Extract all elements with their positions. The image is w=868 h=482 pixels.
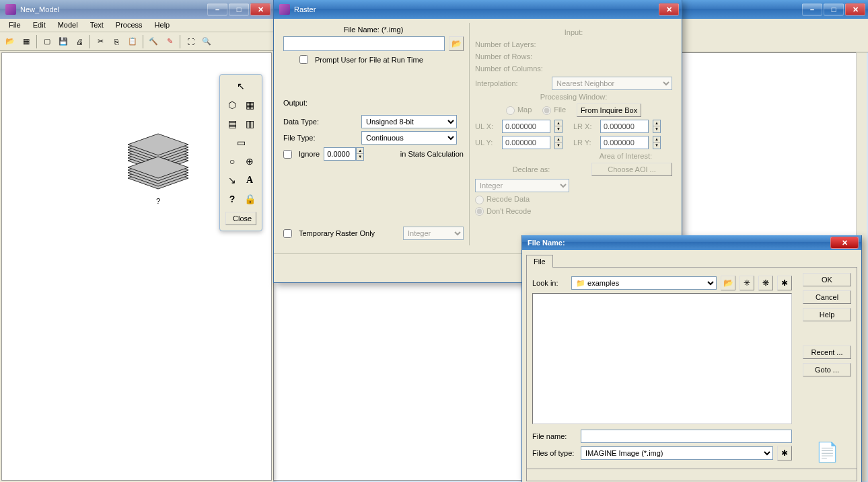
square-hatch-tool[interactable]: ▦ bbox=[244, 99, 256, 111]
file-ok-button[interactable]: OK bbox=[803, 273, 851, 286]
wand-icon[interactable]: ✎ bbox=[162, 34, 177, 49]
lookin-label: Look in: bbox=[532, 279, 567, 287]
file-goto-button[interactable]: Goto ... bbox=[803, 363, 851, 376]
file-dialog-close-button[interactable]: ✕ bbox=[830, 237, 859, 249]
rect-tool[interactable]: ▭ bbox=[235, 136, 247, 149]
zoom-icon[interactable]: 🔍 bbox=[199, 34, 214, 49]
print-icon[interactable]: 🖨 bbox=[72, 34, 87, 49]
toolbar: 📂 ▦ ▢ 💾 🖨 ✂ ⎘ 📋 🔨 ✎ ⛶ 🔍 bbox=[0, 32, 273, 51]
raster-browse-button[interactable]: 📂 bbox=[449, 36, 464, 51]
bg-maximize-button[interactable]: □ bbox=[824, 3, 844, 15]
recode-radio bbox=[475, 196, 484, 204]
aoi-header: Area of Interest: bbox=[475, 152, 672, 160]
from-inquire-button[interactable]: From Inquire Box bbox=[577, 104, 641, 117]
tool-palette: ↖ ⬡ ▦ ▤ ▥ ▭ ○ ⊕ ↘ A ? 🔒 Close bbox=[219, 74, 262, 231]
main-close-button[interactable]: ✕ bbox=[250, 3, 270, 15]
lrx-spinner: ▲▼ bbox=[653, 120, 661, 133]
prompt-user-checkbox[interactable] bbox=[299, 55, 308, 64]
lrx-label: LR X: bbox=[573, 122, 596, 130]
filestype-label: Files of type: bbox=[532, 449, 577, 457]
hexagon-tool[interactable]: ⬡ bbox=[226, 99, 238, 111]
lock-tool[interactable]: 🔒 bbox=[244, 193, 256, 205]
num-layers-label: Number of Layers: bbox=[475, 40, 672, 48]
grid-tool[interactable]: ▤ bbox=[226, 118, 238, 130]
help-tool[interactable]: ? bbox=[226, 193, 238, 205]
file-preview-icon: 📄 bbox=[803, 441, 851, 463]
filestype-options-button[interactable]: ✱ bbox=[777, 446, 792, 460]
text-tool[interactable]: A bbox=[244, 174, 256, 186]
open-icon[interactable]: 📂 bbox=[3, 34, 17, 49]
main-minimize-button[interactable]: – bbox=[207, 3, 227, 15]
temp-raster-checkbox[interactable] bbox=[283, 229, 292, 238]
raster-titlebar: Raster ✕ bbox=[274, 0, 682, 19]
file-tab[interactable]: File bbox=[526, 255, 553, 268]
file-type-select[interactable]: Continuous bbox=[361, 131, 457, 145]
copy-icon[interactable]: ⎘ bbox=[109, 34, 124, 49]
temp-raster-type-select: Integer bbox=[403, 227, 464, 240]
file-radio bbox=[542, 106, 551, 115]
filename-input[interactable] bbox=[581, 430, 792, 443]
pointer-tool[interactable]: ↖ bbox=[235, 80, 247, 92]
file-help-button[interactable]: Help bbox=[803, 308, 851, 321]
menu-file[interactable]: File bbox=[3, 19, 27, 32]
file-dialog-titlebar: File Name: ✕ bbox=[522, 235, 861, 250]
dont-recode-radio bbox=[475, 207, 484, 216]
main-maximize-button[interactable]: □ bbox=[229, 3, 249, 15]
circle-tool[interactable]: ○ bbox=[226, 155, 238, 167]
file-type-label: File Type: bbox=[283, 134, 357, 142]
lrx-input bbox=[600, 120, 649, 133]
uly-input bbox=[502, 136, 550, 149]
menu-help[interactable]: Help bbox=[149, 19, 176, 32]
menu-process[interactable]: Process bbox=[110, 19, 149, 32]
raster-close-button[interactable]: ✕ bbox=[659, 3, 679, 15]
raster-stack-node[interactable]: ? bbox=[121, 128, 195, 205]
up-folder-button[interactable]: 📂 bbox=[721, 276, 735, 290]
ignore-value-input[interactable] bbox=[324, 147, 356, 161]
new-folder-button[interactable]: ✳ bbox=[739, 276, 754, 290]
table-tool[interactable]: ▥ bbox=[244, 118, 256, 130]
run-icon[interactable]: ▦ bbox=[19, 34, 34, 49]
menu-model[interactable]: Model bbox=[52, 19, 84, 32]
menu-text[interactable]: Text bbox=[84, 19, 110, 32]
dont-recode-label: Don't Recode bbox=[486, 207, 531, 215]
new-icon[interactable]: ▢ bbox=[40, 34, 55, 49]
bookmark-button[interactable]: ✱ bbox=[777, 276, 792, 290]
cut-icon[interactable]: ✂ bbox=[93, 34, 108, 49]
file-label: File bbox=[554, 106, 566, 114]
uly-spinner: ▲▼ bbox=[554, 136, 563, 149]
lookin-select[interactable]: 📁 examples bbox=[571, 276, 717, 290]
ignore-spinner[interactable]: ▲▼ bbox=[356, 147, 364, 161]
file-dialog-status bbox=[526, 469, 857, 481]
main-window: New_Model – □ ✕ File Edit Model Text Pro… bbox=[0, 0, 273, 482]
menu-edit[interactable]: Edit bbox=[27, 19, 52, 32]
choose-aoi-button: Choose AOI ... bbox=[591, 163, 672, 176]
temp-raster-label: Temporary Raster Only bbox=[299, 229, 375, 237]
raster-title: Raster bbox=[294, 5, 659, 13]
data-type-select[interactable]: Unsigned 8-bit bbox=[361, 115, 457, 128]
filestype-select[interactable]: IMAGINE Image (*.img) bbox=[581, 446, 773, 460]
ignore-label: Ignore bbox=[299, 150, 320, 158]
palette-close-button[interactable]: Close bbox=[225, 212, 256, 225]
globe-tool[interactable]: ⊕ bbox=[244, 155, 256, 167]
file-dialog-title: File Name: bbox=[528, 239, 830, 247]
ignore-checkbox[interactable] bbox=[283, 150, 292, 159]
raster-file-name-input[interactable] bbox=[283, 36, 445, 51]
lry-input bbox=[600, 136, 649, 149]
ulx-spinner: ▲▼ bbox=[554, 120, 563, 133]
connect-tool[interactable]: ↘ bbox=[226, 174, 238, 186]
paste-icon[interactable]: 📋 bbox=[125, 34, 140, 49]
map-label: Map bbox=[517, 106, 532, 114]
bg-minimize-button[interactable]: – bbox=[802, 3, 822, 15]
hammer-icon[interactable]: 🔨 bbox=[146, 34, 161, 49]
menubar: File Edit Model Text Process Help bbox=[0, 19, 273, 32]
raster-file-name-label: File Name: (*.img) bbox=[283, 26, 464, 34]
declare-as-select: Integer bbox=[475, 179, 569, 192]
save-icon[interactable]: 💾 bbox=[56, 34, 71, 49]
file-recent-button[interactable]: Recent ... bbox=[803, 346, 851, 359]
num-cols-label: Number of Columns: bbox=[475, 65, 672, 73]
view-button[interactable]: ❋ bbox=[758, 276, 773, 290]
fit-icon[interactable]: ⛶ bbox=[183, 34, 198, 49]
bg-close-button[interactable]: ✕ bbox=[845, 3, 865, 15]
file-list[interactable] bbox=[532, 293, 792, 424]
file-cancel-button[interactable]: Cancel bbox=[803, 290, 851, 304]
